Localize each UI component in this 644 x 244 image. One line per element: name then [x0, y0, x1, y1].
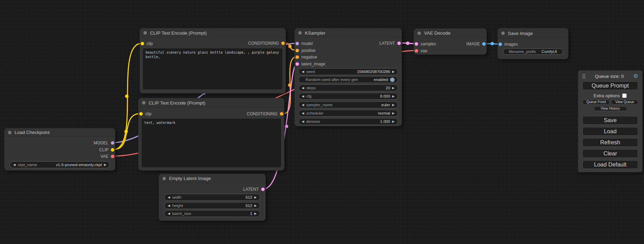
- extra-options-checkbox[interactable]: [622, 93, 627, 98]
- collapse-dot-icon[interactable]: [162, 177, 166, 180]
- widget-filename-prefix[interactable]: filename_prefix ComfyUI: [503, 48, 563, 55]
- output-slot-latent[interactable]: LATENT: [243, 186, 265, 192]
- widget-ckpt-name[interactable]: ◀ ckpt_name v1-5-pruned-emaonly.ckpt ▶: [10, 161, 110, 168]
- output-slot-latent[interactable]: LATENT: [379, 40, 401, 46]
- decrement-arrow-icon[interactable]: ◀: [302, 95, 304, 98]
- increment-arrow-icon[interactable]: ▶: [392, 70, 395, 73]
- increment-arrow-icon[interactable]: ▶: [392, 87, 395, 90]
- port-dot[interactable]: [295, 62, 299, 66]
- decrement-arrow-icon[interactable]: ◀: [168, 204, 170, 207]
- node-titlebar[interactable]: VAE Decode: [414, 29, 486, 38]
- widget-seed[interactable]: ◀ seed 156680208700286 ▶: [298, 68, 398, 75]
- port-dot[interactable]: [415, 42, 418, 46]
- output-slot-conditioning[interactable]: CONDITIONING: [247, 111, 283, 117]
- node-titlebar[interactable]: KSampler: [295, 28, 402, 38]
- input-slot-negative[interactable]: negative: [295, 54, 317, 60]
- decrement-arrow-icon[interactable]: ◀: [13, 163, 16, 166]
- port-dot[interactable]: [261, 188, 265, 191]
- increment-arrow-icon[interactable]: ▶: [392, 95, 395, 98]
- node-titlebar[interactable]: Empty Latent Image: [159, 174, 265, 183]
- port-dot[interactable]: [295, 55, 299, 59]
- increment-arrow-icon[interactable]: ▶: [392, 103, 395, 107]
- increment-arrow-icon[interactable]: ▶: [254, 204, 257, 207]
- node-clip-text-encode-positive[interactable]: CLIP Text Encode (Prompt) clip CONDITION…: [140, 28, 286, 93]
- load-button[interactable]: Load: [582, 127, 638, 136]
- collapse-dot-icon[interactable]: [142, 101, 145, 105]
- input-slot-model[interactable]: model: [295, 40, 313, 47]
- increment-arrow-icon[interactable]: ▶: [392, 112, 395, 115]
- collapse-dot-icon[interactable]: [501, 31, 505, 35]
- gear-icon[interactable]: ⚙: [633, 73, 638, 79]
- port-dot[interactable]: [111, 141, 114, 145]
- output-slot-conditioning[interactable]: CONDITIONING: [248, 40, 285, 46]
- input-slot-positive[interactable]: positive: [295, 47, 316, 54]
- node-empty-latent-image[interactable]: Empty Latent Image LATENT ◀ width 512 ▶ …: [159, 174, 266, 221]
- widget-batch-size[interactable]: ◀ batch_size 1 ▶: [164, 210, 260, 217]
- input-slot-samples[interactable]: samples: [415, 41, 436, 47]
- port-dot[interactable]: [139, 112, 143, 116]
- node-clip-text-encode-negative[interactable]: CLIP Text Encode (Prompt) clip CONDITION…: [138, 98, 284, 171]
- load-default-button[interactable]: Load Default: [582, 160, 638, 169]
- decrement-arrow-icon[interactable]: ◀: [302, 87, 304, 90]
- collapse-dot-icon[interactable]: [417, 31, 421, 35]
- clear-button[interactable]: Clear: [582, 149, 638, 158]
- widget-scheduler[interactable]: ◀ scheduler normal ▶: [298, 110, 398, 117]
- collapse-dot-icon[interactable]: [143, 31, 147, 35]
- port-dot[interactable]: [111, 155, 114, 158]
- port-dot[interactable]: [397, 42, 401, 45]
- queue-prompt-button[interactable]: Queue Prompt: [582, 81, 638, 90]
- increment-arrow-icon[interactable]: ▶: [104, 163, 106, 166]
- port-dot[interactable]: [415, 49, 418, 53]
- node-save-image[interactable]: Save Image images filename_prefix ComfyU…: [497, 28, 568, 59]
- node-titlebar[interactable]: CLIP Text Encode (Prompt): [140, 28, 285, 38]
- output-slot-model[interactable]: MODEL: [94, 140, 114, 146]
- decrement-arrow-icon[interactable]: ◀: [302, 70, 304, 73]
- save-button[interactable]: Save: [582, 116, 638, 125]
- node-titlebar[interactable]: Load Checkpoint: [5, 128, 115, 137]
- port-dot[interactable]: [482, 42, 486, 46]
- increment-arrow-icon[interactable]: ▶: [254, 196, 257, 199]
- port-dot[interactable]: [280, 112, 283, 116]
- view-history-button[interactable]: View History: [594, 106, 627, 111]
- queue-front-button[interactable]: Queue Front: [582, 100, 610, 105]
- node-ksampler[interactable]: KSampler model positive negative latent_…: [294, 28, 402, 126]
- port-dot[interactable]: [111, 148, 114, 152]
- collapse-dot-icon[interactable]: [298, 31, 302, 35]
- output-slot-image[interactable]: IMAGE: [466, 41, 486, 47]
- view-queue-button[interactable]: View Queue: [611, 100, 638, 105]
- decrement-arrow-icon[interactable]: ◀: [168, 212, 170, 215]
- port-dot[interactable]: [141, 42, 144, 45]
- refresh-button[interactable]: Refresh: [582, 138, 638, 147]
- decrement-arrow-icon[interactable]: ◀: [168, 196, 170, 199]
- node-graph-canvas[interactable]: Load Checkpoint MODEL CLIP VAE ◀ ckpt_na…: [0, 0, 644, 244]
- decrement-arrow-icon[interactable]: ◀: [302, 103, 304, 107]
- widget-height[interactable]: ◀ height 512 ▶: [164, 202, 260, 209]
- port-dot[interactable]: [499, 43, 502, 46]
- node-titlebar[interactable]: CLIP Text Encode (Prompt): [139, 98, 284, 108]
- input-slot-latent-image[interactable]: latent_image: [295, 61, 325, 67]
- node-titlebar[interactable]: Save Image: [498, 28, 568, 38]
- node-vae-decode[interactable]: VAE Decode samples vae IMAGE: [414, 28, 487, 55]
- output-slot-clip[interactable]: CLIP: [99, 147, 114, 153]
- widget-denoise[interactable]: ◀ denoise 1.000 ▶: [298, 118, 398, 125]
- port-dot[interactable]: [295, 42, 299, 45]
- widget-random-seed-toggle[interactable]: Random seed after every gen enabled: [298, 76, 398, 83]
- port-dot[interactable]: [295, 49, 299, 52]
- decrement-arrow-icon[interactable]: ◀: [302, 112, 304, 115]
- increment-arrow-icon[interactable]: ▶: [392, 120, 395, 123]
- input-slot-clip[interactable]: clip: [141, 40, 153, 47]
- increment-arrow-icon[interactable]: ▶: [254, 212, 257, 215]
- prompt-textarea[interactable]: beautiful scenery nature glass bottle la…: [143, 48, 282, 89]
- output-slot-vae[interactable]: VAE: [100, 153, 114, 160]
- port-dot[interactable]: [281, 42, 285, 45]
- input-slot-vae[interactable]: vae: [415, 48, 427, 54]
- toggle-knob-icon[interactable]: [390, 78, 395, 82]
- decrement-arrow-icon[interactable]: ◀: [302, 120, 304, 123]
- prompt-textarea[interactable]: text, watermark: [142, 119, 281, 167]
- widget-sampler-name[interactable]: ◀ sampler_name euler ▶: [298, 101, 398, 108]
- input-slot-images[interactable]: images: [499, 41, 518, 47]
- drag-handle-icon[interactable]: [582, 74, 585, 79]
- widget-width[interactable]: ◀ width 512 ▶: [164, 194, 260, 201]
- collapse-dot-icon[interactable]: [8, 131, 11, 134]
- node-load-checkpoint[interactable]: Load Checkpoint MODEL CLIP VAE ◀ ckpt_na…: [4, 128, 115, 171]
